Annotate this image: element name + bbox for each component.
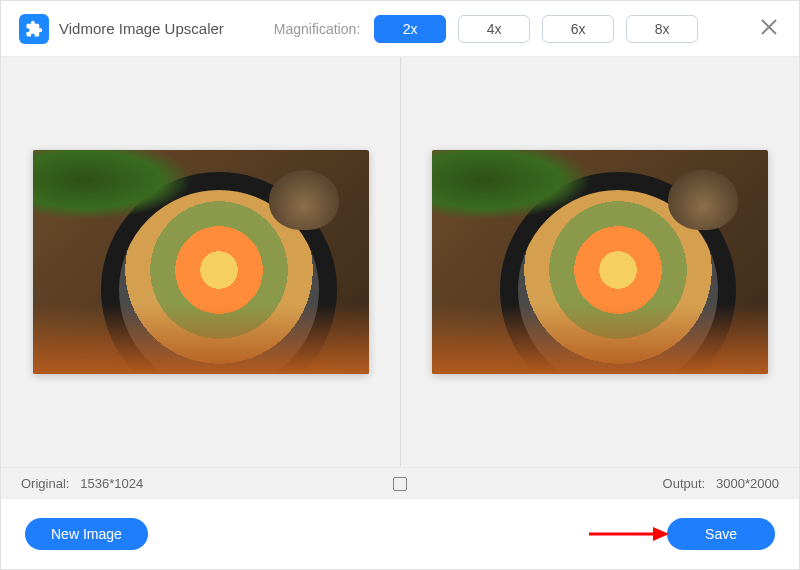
header-bar: Vidmore Image Upscaler Magnification: 2x… <box>1 1 799 57</box>
output-size-text: Output: 3000*2000 <box>663 476 779 491</box>
preview-area <box>1 57 799 467</box>
puzzle-icon <box>25 20 43 38</box>
footer-bar: New Image Save <box>1 499 799 569</box>
close-icon[interactable] <box>757 15 781 39</box>
magnification-label: Magnification: <box>274 21 360 37</box>
original-preview-pane <box>1 57 400 467</box>
fit-window-icon[interactable] <box>393 477 407 491</box>
original-size-text: Original: 1536*1024 <box>21 476 143 491</box>
output-image <box>432 150 768 374</box>
magnification-4x-button[interactable]: 4x <box>458 15 530 43</box>
original-image <box>33 150 369 374</box>
save-button[interactable]: Save <box>667 518 775 550</box>
info-bar: Original: 1536*1024 Output: 3000*2000 <box>1 467 799 499</box>
new-image-button[interactable]: New Image <box>25 518 148 550</box>
arrow-annotation-icon <box>589 524 669 544</box>
magnification-8x-button[interactable]: 8x <box>626 15 698 43</box>
output-preview-pane <box>400 57 799 467</box>
magnification-2x-button[interactable]: 2x <box>374 15 446 43</box>
app-logo <box>19 14 49 44</box>
app-title: Vidmore Image Upscaler <box>59 20 224 37</box>
app-window: Vidmore Image Upscaler Magnification: 2x… <box>0 0 800 570</box>
magnification-6x-button[interactable]: 6x <box>542 15 614 43</box>
magnification-group: 2x 4x 6x 8x <box>374 15 698 43</box>
